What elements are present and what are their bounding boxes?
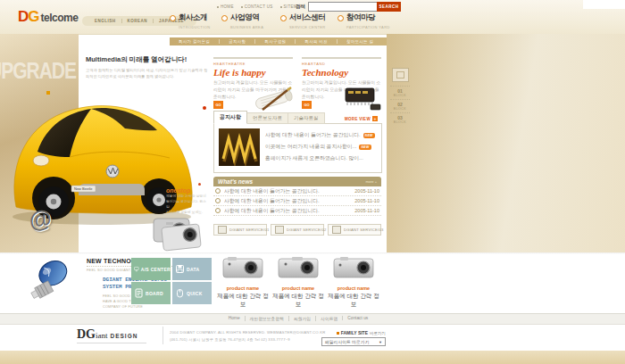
bottom-strip bbox=[0, 351, 625, 364]
search-button[interactable]: SEARCH bbox=[377, 2, 401, 12]
tab-tech-library[interactable]: 기술자료실 bbox=[288, 112, 325, 124]
nav-item-introduction[interactable]: 회사소개 INTRODUCTION bbox=[170, 12, 225, 29]
whats-news-list: 사항에 대한 내용이 들어가는 공간입니다. 2005-11-10 사항에 대한… bbox=[213, 186, 381, 216]
address-line: (461-701) 서울시 남원구 효길동 76-47번지 4층 Tel 02)… bbox=[170, 336, 325, 343]
footer-link-join[interactable]: 회원가입 bbox=[288, 316, 315, 321]
chevron-down-icon: ▼ bbox=[379, 340, 382, 344]
tile-board[interactable]: BOARD bbox=[131, 282, 171, 304]
family-site-block: FAMILY SITE 바로가기 패밀리사이트 바로가기 ▼ bbox=[314, 330, 386, 346]
news-item-text: 사항에 대한 내용이 들어가는 공간입니다. bbox=[224, 187, 354, 195]
nav-item-participation[interactable]: 참여마당 PARTICIPATION YARD bbox=[338, 12, 393, 29]
onestop-line: 서비스를 경험해 보세요. bbox=[166, 210, 207, 215]
pages-icon bbox=[275, 226, 284, 234]
family-site-title: FAMILY SITE bbox=[341, 330, 368, 335]
nav-item-business[interactable]: 사업영역 BUSINESS AREA bbox=[221, 12, 277, 29]
tab-press[interactable]: 언론보도자료 bbox=[247, 112, 288, 124]
news-item[interactable]: 사항에 대한 내용이 들어가는 공간입니다. 2005-11-10 bbox=[213, 186, 381, 196]
footer-link-sitemap[interactable]: 사이트맵 bbox=[315, 316, 342, 321]
footer-logo-design: DESIGN bbox=[111, 333, 138, 339]
tile-quick[interactable]: QUICK bbox=[172, 282, 212, 304]
footer-logo-dg: DG bbox=[77, 327, 96, 342]
memory-chip-image bbox=[342, 84, 383, 112]
at-symbol-icon: @ bbox=[27, 204, 54, 236]
nav-bullet-icon bbox=[221, 15, 228, 21]
footer-logo[interactable]: DG iant DESIGN bbox=[77, 327, 146, 343]
news-item-date: 2005-11-10 bbox=[354, 208, 379, 213]
site-logo[interactable]: D G telcome bbox=[18, 8, 78, 26]
copyright-line: 2004 DGIANT COMPANY. ALL RIGHTS RESERVED… bbox=[170, 329, 325, 336]
block-item-03[interactable]: 03 BLOCK bbox=[390, 112, 410, 126]
footer-logo-underline bbox=[77, 343, 146, 343]
promo-box-technology: HEARTAND Technology 천고마비의 계절입니다. 모든 사물들이… bbox=[302, 57, 381, 111]
search-input[interactable] bbox=[308, 2, 379, 12]
service-button-03[interactable]: DGIANT SERVICE/03 bbox=[328, 224, 381, 236]
promo-title-life[interactable]: Life is happy bbox=[213, 67, 293, 78]
footer-links: Home 개인정보보호정책 회원가입 사이트맵 Contact us bbox=[212, 313, 384, 323]
nav-label: 참여마당 bbox=[346, 12, 375, 23]
onestop-line: 들어가는 공간입니다. 원스탑 bbox=[166, 199, 207, 210]
news-item[interactable]: 사항에 대한 내용이 들어가는 공간입니다. 2005-11-10 bbox=[213, 206, 381, 216]
subnav-item-members[interactable]: 회사구성원 bbox=[254, 39, 295, 44]
footer-link-privacy[interactable]: 개인정보보호정책 bbox=[245, 316, 288, 321]
product-column-1: product name 제품에 대한 간략 정보 bbox=[217, 256, 269, 309]
product-name[interactable]: product name bbox=[272, 285, 324, 291]
subnav-item-vision[interactable]: 회사의 비전 bbox=[295, 39, 337, 44]
tile-label: QUICK bbox=[187, 291, 203, 296]
whats-news-title: What's news bbox=[218, 178, 253, 185]
footer-link-home[interactable]: Home bbox=[224, 316, 245, 320]
block-item-01[interactable]: 01 BLOCK bbox=[390, 86, 410, 99]
block-item-02[interactable]: 02 BLOCK bbox=[390, 99, 410, 112]
car-badge: New Beetle bbox=[74, 186, 93, 191]
product-desc: 제품에 대한 간략 정보 bbox=[217, 293, 269, 309]
family-site-select[interactable]: 패밀리사이트 바로가기 ▼ bbox=[321, 337, 386, 346]
go-button[interactable]: GO bbox=[302, 101, 312, 109]
camera-image bbox=[222, 256, 263, 279]
utility-contact[interactable]: CONTACT US bbox=[241, 4, 273, 9]
news-item[interactable]: 사항에 대한 내용이 들어가는 공간입니다. 2005-11-10 bbox=[213, 196, 381, 206]
logo-letter-g: G bbox=[28, 8, 38, 26]
lang-korean[interactable]: KOREAN bbox=[121, 19, 154, 23]
service-button-02[interactable]: DGIANT SERVICE/02 bbox=[271, 224, 324, 236]
news-item-text: 사항에 대한 내용이 들어가는 공간입니다. bbox=[224, 207, 354, 215]
footer-copyright: 2004 DGIANT COMPANY. ALL RIGHTS RESERVED… bbox=[170, 329, 325, 344]
subnav-item-history[interactable]: 회사가 걸어온길 bbox=[170, 39, 219, 44]
nav-item-service-center[interactable]: 서비스센터 SERVICE CENTER bbox=[280, 12, 336, 29]
service-button-01[interactable]: DGIANT SERVICE/01 bbox=[213, 224, 267, 236]
notice-item[interactable]: 이곳에는 여러가지 내용의 공지사항이... NEW bbox=[265, 141, 378, 153]
footer-logo-iant: iant bbox=[96, 331, 108, 340]
service-button-label: DGIANT SERVICE/02 bbox=[287, 228, 326, 232]
tile-as-center[interactable]: A/S CENTER bbox=[131, 258, 171, 280]
whats-news-more-link[interactable]: more + bbox=[365, 179, 377, 184]
notice-item[interactable]: 홈페이지가 새롭게 오픈하였습니다. 많이... bbox=[265, 153, 378, 164]
nav-bullet-icon bbox=[338, 15, 344, 21]
product-name[interactable]: product name bbox=[217, 285, 269, 291]
footer-link-contact[interactable]: Contact us bbox=[342, 316, 372, 320]
disk-icon bbox=[175, 264, 185, 274]
tab-notice[interactable]: 공지사항 bbox=[213, 111, 247, 124]
new-badge: NEW bbox=[363, 133, 375, 138]
whats-news-header: What's news more + bbox=[213, 177, 381, 186]
product-name[interactable]: product name bbox=[328, 285, 379, 291]
subnav-item-notice[interactable]: 공지사항 bbox=[219, 39, 254, 44]
orange-bullet-icon bbox=[337, 332, 339, 335]
block-word: BLOCK bbox=[390, 107, 410, 111]
search-label: 검색 bbox=[296, 4, 305, 10]
tile-data[interactable]: DATA bbox=[172, 258, 212, 280]
nav-bullet-icon bbox=[280, 15, 287, 21]
diploma-pen-image bbox=[252, 82, 295, 112]
more-view-link[interactable]: MORE VIEW + bbox=[345, 116, 378, 121]
promo-title-technology[interactable]: Technology bbox=[302, 67, 381, 78]
lang-english[interactable]: ENGLISH bbox=[89, 19, 121, 23]
go-button[interactable]: GO bbox=[213, 101, 223, 109]
block-quick-nav: 01 BLOCK 02 BLOCK 03 BLOCK bbox=[390, 68, 410, 126]
tile-label: DATA bbox=[187, 267, 199, 272]
notice-item[interactable]: 사항에 대한 내용이 들어가는 공간입니다. NEW bbox=[265, 129, 378, 141]
sparkle-icon bbox=[105, 77, 146, 104]
subnav-item-directions[interactable]: 찾아오시는 길 bbox=[337, 39, 382, 44]
bullet-icon bbox=[215, 208, 221, 213]
hero-headline-em: Multimedia bbox=[86, 55, 121, 63]
service-button-label: DGIANT SERVICE/03 bbox=[344, 228, 383, 232]
utility-home[interactable]: HOME bbox=[217, 4, 234, 9]
red-dot-icon bbox=[198, 183, 201, 186]
family-site-selected-value: 패밀리사이트 바로가기 bbox=[325, 339, 369, 344]
